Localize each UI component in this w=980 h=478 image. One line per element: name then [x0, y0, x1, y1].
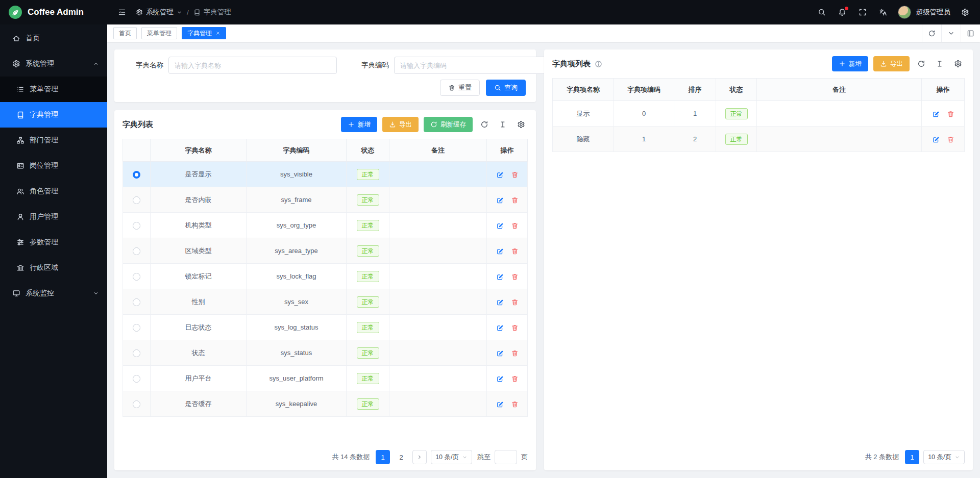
dict-row[interactable]: 日志状态sys_log_status正常 — [123, 315, 528, 340]
sidebar-item-system-monitor[interactable]: 系统监控 — [0, 281, 107, 306]
info-icon[interactable] — [595, 60, 602, 68]
page-button-1[interactable]: 1 — [376, 450, 390, 464]
delete-button[interactable] — [511, 273, 519, 281]
notification-bell-icon[interactable] — [837, 7, 848, 18]
edit-button[interactable] — [496, 171, 504, 179]
dict-row[interactable]: 是否内嵌sys_frame正常 — [123, 187, 528, 213]
sidebar-item-admin-region[interactable]: 行政区域 — [0, 255, 107, 281]
tab-options-button[interactable] — [941, 24, 961, 42]
tab-refresh-button[interactable] — [922, 24, 941, 42]
item-table-settings-button[interactable] — [951, 57, 965, 70]
reset-button[interactable]: 重置 — [440, 80, 480, 96]
tab-2[interactable]: 字典管理 — [182, 27, 226, 39]
breadcrumb-item-system[interactable]: 系统管理 — [136, 8, 182, 17]
tab-0[interactable]: 首页 — [113, 27, 137, 39]
item-row[interactable]: 显示01正常 — [553, 101, 965, 127]
select-cell — [123, 340, 151, 366]
dict-code-input[interactable] — [394, 57, 562, 74]
sidebar-item-menu-management[interactable]: 菜单管理 — [0, 77, 107, 102]
row-radio[interactable] — [133, 349, 140, 357]
row-radio[interactable] — [133, 400, 140, 408]
row-radio[interactable] — [133, 298, 140, 306]
delete-button[interactable] — [511, 222, 519, 230]
dict-name-input[interactable] — [168, 57, 337, 74]
edit-button[interactable] — [496, 324, 504, 332]
dict-row[interactable]: 是否显示sys_visible正常 — [123, 162, 528, 187]
table-settings-button[interactable] — [514, 118, 528, 131]
user-name[interactable]: 超级管理员 — [916, 8, 951, 17]
dict-row[interactable]: 性别sys_sex正常 — [123, 289, 528, 315]
item-add-button[interactable]: 新增 — [832, 56, 868, 71]
delete-button[interactable] — [947, 110, 954, 118]
sidebar-item-param-management[interactable]: 参数管理 — [0, 230, 107, 255]
delete-button[interactable] — [511, 375, 519, 383]
item-export-button[interactable]: 导出 — [873, 56, 910, 71]
delete-button[interactable] — [511, 400, 519, 408]
row-radio[interactable] — [133, 171, 140, 179]
dict-add-button[interactable]: 新增 — [341, 117, 377, 132]
dict-row[interactable]: 锁定标记sys_lock_flag正常 — [123, 264, 528, 289]
sidebar-item-post-management[interactable]: 岗位管理 — [0, 153, 107, 179]
next-page-button[interactable] — [412, 450, 427, 464]
item-table-refresh-button[interactable] — [915, 57, 928, 70]
sidebar-collapse-button[interactable] — [116, 7, 128, 18]
dict-row[interactable]: 状态sys_status正常 — [123, 340, 528, 366]
user-avatar[interactable] — [898, 6, 911, 19]
delete-button[interactable] — [511, 247, 519, 255]
edit-button[interactable] — [496, 298, 504, 306]
edit-button[interactable] — [496, 375, 504, 383]
table-column-width-button[interactable] — [496, 118, 509, 131]
row-radio[interactable] — [133, 247, 140, 255]
row-radio[interactable] — [133, 222, 140, 230]
row-radio[interactable] — [133, 324, 140, 332]
row-radio[interactable] — [133, 196, 140, 204]
row-radio[interactable] — [133, 273, 140, 281]
sidebar-item-dept-management[interactable]: 部门管理 — [0, 128, 107, 153]
edit-button[interactable] — [496, 247, 504, 255]
delete-button[interactable] — [947, 136, 954, 143]
jump-input[interactable] — [495, 450, 517, 464]
edit-button[interactable] — [932, 136, 940, 143]
row-radio[interactable] — [133, 375, 140, 383]
chevron-down-icon — [462, 455, 468, 460]
page-size-select[interactable]: 10 条/页 — [431, 450, 472, 464]
content-fullscreen-button[interactable] — [961, 24, 980, 42]
dict-row[interactable]: 是否缓存sys_keepalive正常 — [123, 391, 528, 417]
dict-refresh-cache-button[interactable]: 刷新缓存 — [424, 117, 473, 132]
sidebar-item-home[interactable]: 首页 — [0, 26, 107, 51]
dict-row[interactable]: 区域类型sys_area_type正常 — [123, 238, 528, 264]
app-logo[interactable]: Coffee Admin — [0, 0, 107, 24]
sidebar-item-system-management[interactable]: 系统管理 — [0, 51, 107, 77]
table-refresh-button[interactable] — [478, 118, 491, 131]
sidebar-item-role-management[interactable]: 角色管理 — [0, 179, 107, 204]
dict-row[interactable]: 机构类型sys_org_type正常 — [123, 213, 528, 238]
edit-button[interactable] — [496, 400, 504, 408]
edit-button[interactable] — [496, 273, 504, 281]
tab-close-button[interactable] — [215, 31, 220, 36]
edit-button[interactable] — [496, 196, 504, 204]
tab-1[interactable]: 菜单管理 — [141, 27, 177, 39]
sidebar-item-dict-management[interactable]: 字典管理 — [0, 102, 107, 128]
delete-button[interactable] — [511, 298, 519, 306]
edit-button[interactable] — [496, 222, 504, 230]
search-submit-button[interactable]: 查询 — [486, 80, 526, 96]
page-button-1[interactable]: 1 — [905, 450, 919, 464]
delete-button[interactable] — [511, 324, 519, 332]
edit-button[interactable] — [496, 349, 504, 357]
page-button-2[interactable]: 2 — [394, 450, 408, 464]
settings-gear-icon[interactable] — [960, 7, 971, 18]
item-row[interactable]: 隐藏12正常 — [553, 127, 965, 152]
sidebar-item-user-management[interactable]: 用户管理 — [0, 204, 107, 230]
dict-export-button[interactable]: 导出 — [382, 117, 419, 132]
delete-button[interactable] — [511, 196, 519, 204]
delete-button[interactable] — [511, 349, 519, 357]
delete-button[interactable] — [511, 171, 519, 179]
home-icon — [12, 34, 20, 42]
dict-row[interactable]: 用户平台sys_user_platform正常 — [123, 366, 528, 391]
search-icon[interactable] — [816, 7, 827, 18]
page-size-select[interactable]: 10 条/页 — [923, 450, 965, 464]
edit-button[interactable] — [932, 110, 940, 118]
fullscreen-icon[interactable] — [857, 7, 868, 18]
translate-icon[interactable] — [877, 7, 889, 18]
item-table-column-width-button[interactable] — [933, 57, 946, 70]
